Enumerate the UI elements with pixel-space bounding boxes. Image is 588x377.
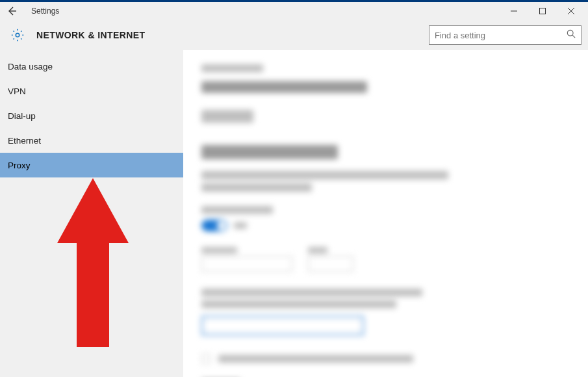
sidebar-item-ethernet[interactable]: Ethernet <box>0 128 183 153</box>
sidebar-item-label: Dial-up <box>8 111 36 121</box>
section-title: NETWORK & INTERNET <box>36 30 145 40</box>
settings-window: Settings NETWORK & INTERNET <box>0 0 588 377</box>
sidebar-item-data-usage[interactable]: Data usage <box>0 54 183 79</box>
titlebar: Settings <box>0 2 588 20</box>
gear-icon <box>10 28 25 42</box>
back-button[interactable] <box>3 2 21 20</box>
minimize-button[interactable] <box>500 2 528 20</box>
sidebar: Data usage VPN Dial-up Ethernet Proxy <box>0 50 183 377</box>
window-title: Settings <box>31 6 59 16</box>
search-icon <box>567 29 576 41</box>
search-input[interactable] <box>435 31 567 40</box>
sidebar-item-label: Ethernet <box>8 136 41 146</box>
body: Data usage VPN Dial-up Ethernet Proxy <box>0 50 588 377</box>
content-pane <box>183 50 588 377</box>
sidebar-item-vpn[interactable]: VPN <box>0 79 183 103</box>
svg-point-2 <box>567 30 573 36</box>
close-icon <box>568 8 574 14</box>
sidebar-item-label: Proxy <box>8 161 31 170</box>
close-button[interactable] <box>557 2 585 20</box>
window-controls <box>500 2 585 20</box>
minimize-icon <box>511 8 517 14</box>
maximize-icon <box>539 8 546 14</box>
back-arrow-icon <box>6 6 17 16</box>
svg-point-1 <box>16 33 19 37</box>
search-field[interactable] <box>429 25 582 45</box>
sidebar-item-dial-up[interactable]: Dial-up <box>0 103 183 128</box>
section-header: NETWORK & INTERNET <box>0 20 588 50</box>
blurred-content <box>201 64 570 377</box>
maximize-button[interactable] <box>528 2 557 20</box>
svg-rect-0 <box>540 8 546 14</box>
sidebar-item-proxy[interactable]: Proxy <box>0 153 183 177</box>
sidebar-item-label: Data usage <box>8 62 53 72</box>
sidebar-item-label: VPN <box>8 86 26 96</box>
